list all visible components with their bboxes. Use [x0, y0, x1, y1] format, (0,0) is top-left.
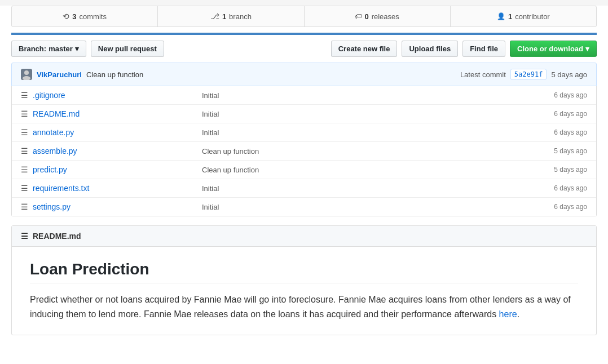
releases-count: 0	[364, 12, 368, 21]
contributor-stat[interactable]: 👤 1 contributor	[451, 6, 596, 26]
file-name-link[interactable]: assemble.py	[33, 147, 77, 156]
file-icon: ☰	[21, 147, 28, 156]
branch-prefix: Branch:	[19, 45, 46, 53]
table-row: ☰ annotate.py Initial 6 days ago	[12, 123, 596, 142]
file-icon: ☰	[21, 91, 28, 100]
book-icon: ☰	[21, 232, 28, 241]
table-row: ☰ requirements.txt Initial 6 days ago	[12, 179, 596, 198]
commit-author-link[interactable]: VikParuchuri	[37, 70, 82, 79]
table-row: ☰ settings.py Initial 6 days ago	[12, 198, 596, 216]
file-name-link[interactable]: annotate.py	[33, 128, 74, 137]
file-commit: Clean up function	[202, 166, 531, 174]
file-commit: Initial	[202, 110, 531, 118]
file-name-link[interactable]: README.md	[33, 109, 80, 118]
avatar	[21, 69, 32, 80]
file-commit: Initial	[202, 184, 531, 193]
commits-label: commits	[80, 12, 107, 21]
table-row: ☰ assemble.py Clean up function 5 days a…	[12, 142, 596, 161]
commits-count: 3	[72, 12, 76, 21]
readme-header: ☰ README.md	[12, 226, 596, 247]
branch-stat[interactable]: ⎇ 1 branch	[158, 6, 304, 26]
file-commit: Clean up function	[202, 147, 531, 156]
stats-bar: ⟲ 3 commits ⎇ 1 branch 🏷 0 releases 👤 1 …	[11, 6, 597, 27]
releases-label: releases	[372, 12, 399, 21]
file-commit: Initial	[202, 203, 531, 211]
table-row: ☰ README.md Initial 6 days ago	[12, 105, 596, 123]
file-commit: Initial	[202, 128, 531, 137]
commit-message: Clean up function	[86, 70, 143, 79]
file-icon: ☰	[21, 109, 28, 118]
readme-section: ☰ README.md Loan Prediction Predict whet…	[11, 225, 597, 335]
file-icon: ☰	[21, 165, 28, 174]
file-commit: Initial	[202, 91, 531, 100]
clone-label: Clone or download	[517, 45, 583, 53]
file-name-link[interactable]: .gitignore	[33, 91, 65, 100]
create-new-file-button[interactable]: Create new file	[331, 41, 398, 57]
dropdown-icon: ▾	[585, 45, 589, 53]
latest-commit-label: Latest commit	[460, 70, 506, 79]
file-name-link[interactable]: settings.py	[33, 202, 71, 211]
file-name-link[interactable]: requirements.txt	[33, 184, 89, 193]
readme-body: Loan Prediction Predict whether or not l…	[12, 247, 596, 335]
branch-selector[interactable]: Branch: master ▾	[11, 41, 86, 57]
file-age: 5 days ago	[531, 147, 587, 155]
readme-title: Loan Prediction	[30, 260, 578, 283]
commits-icon: ⟲	[63, 12, 69, 21]
clone-or-download-button[interactable]: Clone or download ▾	[510, 41, 597, 57]
file-icon: ☰	[21, 184, 28, 193]
upload-files-button[interactable]: Upload files	[402, 41, 458, 57]
file-age: 6 days ago	[531, 184, 587, 192]
actions-bar: Branch: master ▾ New pull request Create…	[0, 35, 608, 63]
file-name: annotate.py	[33, 128, 202, 137]
contributor-icon: 👤	[497, 12, 505, 20]
table-row: ☰ predict.py Clean up function 5 days ag…	[12, 161, 596, 179]
file-name: .gitignore	[33, 91, 202, 100]
file-icon: ☰	[21, 202, 28, 211]
find-file-button[interactable]: Find file	[462, 41, 505, 57]
branch-label: branch	[229, 12, 252, 21]
branch-count: 1	[222, 12, 226, 21]
commit-age: 5 days ago	[551, 70, 587, 79]
file-age: 6 days ago	[531, 203, 587, 211]
latest-commit-bar: VikParuchuri Clean up function Latest co…	[11, 63, 597, 86]
file-age: 5 days ago	[531, 166, 587, 174]
readme-filename: README.md	[33, 232, 81, 241]
branch-icon: ⎇	[210, 12, 219, 21]
file-name: requirements.txt	[33, 184, 202, 193]
readme-body-text: Predict whether or not loans acquired by…	[30, 295, 571, 319]
contributor-count: 1	[508, 12, 512, 21]
commit-author-info: VikParuchuri Clean up function	[21, 69, 143, 80]
file-age: 6 days ago	[531, 128, 587, 136]
readme-link[interactable]: here	[499, 309, 517, 319]
file-name: predict.py	[33, 165, 202, 174]
releases-icon: 🏷	[355, 12, 362, 20]
file-age: 6 days ago	[531, 91, 587, 99]
new-pull-request-button[interactable]: New pull request	[91, 41, 164, 57]
commit-right: Latest commit 5a2e91f 5 days ago	[460, 69, 587, 80]
file-age: 6 days ago	[531, 110, 587, 118]
branch-name: master	[49, 45, 73, 53]
actions-right: Create new file Upload files Find file C…	[331, 41, 597, 57]
svg-point-1	[24, 70, 29, 75]
commit-sha[interactable]: 5a2e91f	[510, 69, 547, 80]
readme-link-after: .	[517, 309, 519, 319]
file-name: settings.py	[33, 202, 202, 211]
table-row: ☰ .gitignore Initial 6 days ago	[12, 86, 596, 105]
releases-stat[interactable]: 🏷 0 releases	[305, 6, 451, 26]
readme-paragraph: Predict whether or not loans acquired by…	[30, 292, 578, 321]
chevron-down-icon: ▾	[75, 45, 79, 53]
file-name-link[interactable]: predict.py	[33, 165, 67, 174]
file-table: ☰ .gitignore Initial 6 days ago ☰ README…	[11, 86, 597, 216]
contributor-label: contributor	[515, 12, 549, 21]
actions-left: Branch: master ▾ New pull request	[11, 41, 164, 57]
file-icon: ☰	[21, 128, 28, 137]
file-name: assemble.py	[33, 147, 202, 156]
file-name: README.md	[33, 109, 202, 118]
commits-stat[interactable]: ⟲ 3 commits	[12, 6, 158, 26]
